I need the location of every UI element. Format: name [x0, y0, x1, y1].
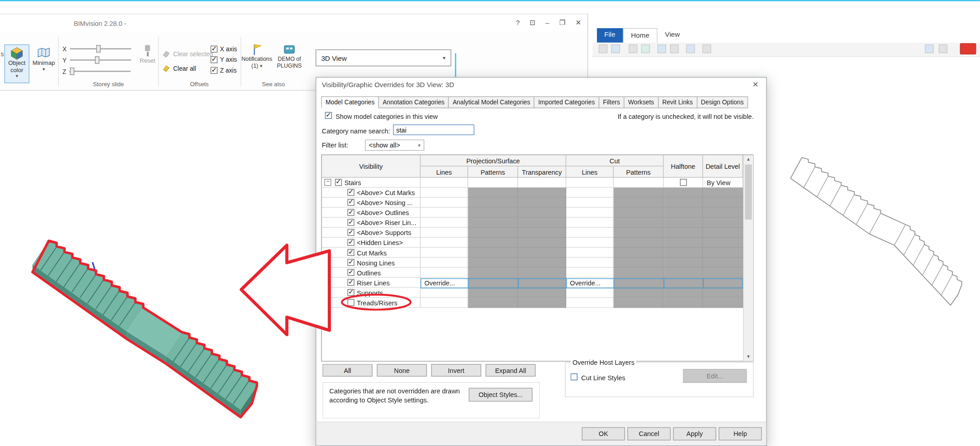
z-axis-checkbox[interactable]: Z axis [211, 67, 237, 74]
clear-selected-button[interactable]: Clear selected [162, 49, 213, 58]
proj-lines-cell[interactable] [421, 218, 468, 228]
object-color-button[interactable]: Object color ▾ [5, 44, 29, 83]
cut-lines-cell[interactable] [566, 298, 614, 308]
proj-lines-cell[interactable] [421, 178, 468, 188]
edit-button[interactable]: Edit... [683, 369, 747, 382]
checkbox[interactable] [211, 67, 218, 74]
y-axis-checkbox[interactable]: Y axis [211, 56, 237, 63]
override-lines-button[interactable]: Override... [421, 278, 468, 288]
minimize-button[interactable]: – [545, 19, 549, 27]
cut-lines-cell[interactable] [566, 248, 614, 258]
table-row[interactable]: Outlines [322, 268, 753, 278]
category-checkbox[interactable] [348, 189, 354, 196]
category-checkbox[interactable] [348, 209, 354, 216]
ribbon-icon[interactable] [670, 44, 679, 53]
apply-button[interactable]: Apply [673, 427, 716, 441]
category-search-input[interactable] [393, 124, 474, 135]
expand-all-button[interactable]: Expand All [485, 364, 535, 377]
cut-lines-cell[interactable] [566, 198, 614, 208]
category-checkbox[interactable] [348, 299, 354, 306]
ribbon-icon[interactable] [657, 44, 666, 53]
tab-revit-links[interactable]: Revit Links [658, 96, 697, 108]
tab-analytical-model-categories[interactable]: Analytical Model Categories [448, 96, 534, 108]
notifications-button[interactable]: Notifications (1) ▾ [243, 43, 271, 69]
cancel-button[interactable]: Cancel [627, 427, 670, 441]
halftone-checkbox[interactable] [679, 179, 686, 186]
table-row[interactable]: Cut Marks [322, 248, 753, 258]
tab-home[interactable]: Home [623, 28, 657, 43]
all-button[interactable]: All [322, 364, 372, 377]
table-row-riser-lines[interactable]: Riser Lines Override... Override... [322, 278, 753, 288]
halftone-cell[interactable] [664, 178, 703, 188]
slider-thumb[interactable] [70, 68, 75, 75]
checkbox[interactable] [211, 46, 218, 53]
tab-file[interactable]: File [597, 28, 623, 43]
ribbon-icon[interactable] [629, 44, 637, 53]
dialog-close-icon[interactable]: ✕ [752, 80, 759, 88]
table-scrollbar[interactable]: ▲ ▼ [743, 155, 753, 361]
cut-lines-cell[interactable] [566, 258, 614, 268]
ribbon-icon[interactable] [599, 44, 607, 53]
cut-lines-cell[interactable] [566, 178, 614, 188]
slider-thumb[interactable] [95, 56, 99, 64]
storey-slider-z[interactable] [69, 67, 131, 76]
slider-thumb[interactable] [96, 45, 101, 53]
tab-annotation-categories[interactable]: Annotation Categories [378, 96, 449, 108]
ribbon-icon[interactable] [703, 44, 711, 53]
x-axis-checkbox[interactable]: X axis [211, 46, 237, 53]
proj-lines-cell[interactable] [421, 298, 468, 308]
help-button[interactable]: ? [516, 19, 519, 27]
category-checkbox[interactable] [348, 249, 354, 256]
cut-lines-cell[interactable] [566, 228, 614, 238]
cut-line-styles-checkbox[interactable] [571, 373, 577, 380]
proj-lines-cell[interactable] [421, 288, 468, 298]
cut-lines-cell[interactable] [566, 238, 614, 248]
demo-plugins-button[interactable]: DEMO of PLUGINS [274, 43, 305, 69]
cut-lines-cell[interactable] [566, 268, 614, 278]
cut-patterns-cell[interactable] [614, 178, 664, 188]
invert-button[interactable]: Invert [431, 364, 481, 377]
ribbon-icon-red[interactable] [960, 43, 976, 54]
restore-button[interactable]: ❐ [559, 19, 566, 27]
category-checkbox[interactable] [348, 199, 354, 206]
checkbox[interactable] [211, 56, 218, 63]
proj-lines-cell[interactable] [421, 198, 468, 208]
proj-lines-cell[interactable] [421, 188, 468, 198]
category-checkbox[interactable] [335, 179, 342, 186]
pin-button[interactable]: ⊡ [530, 19, 536, 27]
scroll-up-icon[interactable]: ▲ [744, 155, 753, 164]
storey-slider-y[interactable] [70, 56, 131, 64]
table-row[interactable]: <Above> Cut Marks [322, 188, 753, 198]
category-checkbox[interactable] [348, 229, 354, 236]
category-checkbox[interactable] [348, 219, 354, 226]
proj-lines-cell[interactable] [421, 228, 468, 238]
close-button[interactable]: ✕ [575, 19, 581, 27]
cut-lines-cell[interactable] [566, 208, 614, 218]
proj-lines-cell[interactable] [421, 248, 468, 258]
none-button[interactable]: None [377, 364, 427, 377]
proj-patterns-cell[interactable] [468, 178, 518, 188]
transparency-cell[interactable] [518, 178, 566, 188]
table-row[interactable]: <Above> Nosing ... [322, 198, 753, 208]
table-row[interactable]: <Above> Supports [322, 228, 753, 238]
table-row[interactable]: <Above> Riser Lin... [322, 218, 753, 228]
storey-slider-x[interactable] [70, 44, 131, 53]
reset-button[interactable]: Reset [137, 44, 158, 79]
override-cut-lines-button[interactable]: Override... [566, 278, 614, 288]
table-row[interactable]: Supports [322, 288, 753, 298]
proj-lines-cell[interactable] [421, 238, 468, 248]
ribbon-icon[interactable] [925, 44, 933, 53]
cut-lines-cell[interactable] [566, 188, 614, 198]
clear-all-button[interactable]: Clear all [162, 64, 196, 73]
proj-lines-cell[interactable] [421, 208, 468, 218]
cut-lines-cell[interactable] [566, 288, 614, 298]
tab-view[interactable]: View [658, 28, 688, 43]
collapse-toggle[interactable] [325, 179, 331, 186]
tab-imported-categories[interactable]: Imported Categories [534, 96, 599, 108]
ok-button[interactable]: OK [582, 427, 625, 441]
view-selector[interactable]: 3D View ▾ [315, 49, 451, 66]
scroll-down-icon[interactable]: ▼ [744, 352, 753, 361]
scrollbar-thumb[interactable] [745, 165, 752, 220]
table-row-treads-risers[interactable]: Treads/Risers [322, 298, 753, 308]
show-model-categories-checkbox[interactable] [325, 112, 332, 119]
